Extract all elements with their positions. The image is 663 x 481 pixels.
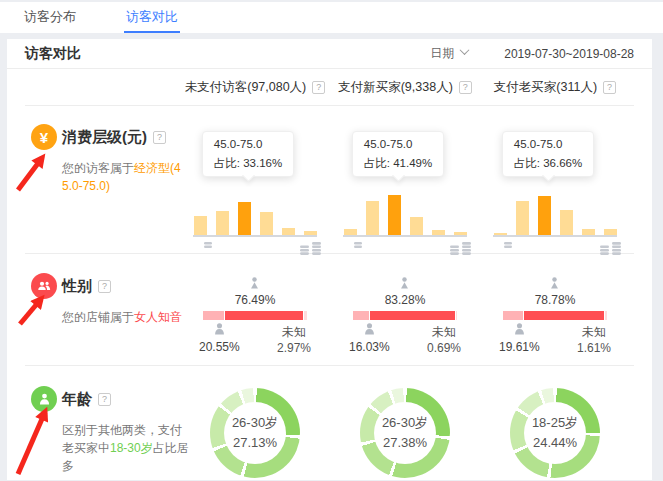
female-icon bbox=[397, 276, 412, 291]
unknown-label: 未知 bbox=[577, 324, 611, 340]
column-header-label: 支付新买家(9,338人) bbox=[338, 79, 453, 96]
section-title: 性别 bbox=[62, 277, 92, 296]
axis-line bbox=[343, 235, 467, 237]
chart-tooltip: 45.0-75.0 占比: 36.66% bbox=[502, 131, 594, 177]
consumption-chart-new-buyers[interactable]: 45.0-75.0 占比: 41.49% bbox=[330, 106, 480, 256]
age-bucket: 26-30岁 bbox=[382, 413, 428, 433]
help-icon[interactable]: ? bbox=[459, 81, 472, 94]
tooltip-share: 占比: 41.49% bbox=[364, 154, 432, 173]
gender-people-icon bbox=[31, 273, 57, 299]
male-icon bbox=[362, 322, 377, 337]
unknown-share: 未知 0.69% bbox=[427, 322, 461, 356]
female-icon bbox=[247, 276, 262, 291]
desc-text: 您的访客属于 bbox=[62, 161, 134, 175]
section-desc: 您的店铺属于女人知音 bbox=[62, 308, 190, 326]
yen-glyph: ¥ bbox=[40, 129, 48, 146]
age-chart-new-buyers: 26-30岁 27.38% bbox=[330, 366, 480, 481]
age-donut-chart[interactable]: 26-30岁 27.38% bbox=[360, 388, 450, 478]
age-bucket: 26-30岁 bbox=[232, 413, 278, 433]
age-bucket-percent: 27.13% bbox=[233, 433, 277, 453]
male-percent: 20.55% bbox=[199, 340, 240, 354]
female-share: 78.78% bbox=[535, 276, 576, 307]
date-label: 日期 bbox=[430, 45, 454, 62]
gender-chart-old-buyers[interactable]: 78.78% 19.61% 未知 1.61% bbox=[480, 254, 630, 365]
top-tab-bar: 访客分布 访客对比 bbox=[0, 2, 663, 33]
male-percent: 16.03% bbox=[349, 340, 390, 354]
male-share: 20.55% bbox=[199, 322, 240, 356]
section-title: 消费层级(元) bbox=[62, 128, 147, 147]
section-label-consumption: ¥ 消费层级(元) ? 您的访客属于经济型(45.0-75.0) bbox=[25, 106, 180, 256]
male-percent: 19.61% bbox=[499, 340, 540, 354]
age-donut-chart[interactable]: 26-30岁 27.13% bbox=[210, 388, 300, 478]
low-spend-coin-icon bbox=[353, 239, 363, 251]
donut-center-label: 26-30岁 27.38% bbox=[360, 388, 450, 478]
tooltip-share: 占比: 33.16% bbox=[214, 154, 282, 173]
desc-text: 您的店铺属于 bbox=[62, 310, 134, 324]
age-bucket: 18-25岁 bbox=[532, 413, 578, 433]
tooltip-share-label: 占比: bbox=[364, 157, 390, 169]
tooltip-share-label: 占比: bbox=[514, 157, 540, 169]
age-person-icon bbox=[31, 386, 57, 412]
column-header-old-buyers: 支付老买家(311人) ? bbox=[480, 79, 630, 96]
female-percent: 76.49% bbox=[235, 293, 276, 307]
tab-visitor-distribution[interactable]: 访客分布 bbox=[22, 2, 78, 33]
bar-chart bbox=[343, 193, 467, 235]
male-share: 19.61% bbox=[499, 322, 540, 356]
tab-visitor-comparison[interactable]: 访客对比 bbox=[124, 2, 180, 33]
column-headers: 未支付访客(97,080人) ? 支付新买家(9,338人) ? 支付老买家(3… bbox=[7, 69, 652, 105]
help-icon[interactable]: ? bbox=[153, 131, 166, 144]
tooltip-share-value: 41.49% bbox=[393, 157, 432, 169]
card-title: 访客对比 bbox=[25, 45, 81, 63]
unknown-percent: 2.97% bbox=[277, 340, 311, 356]
female-percent: 78.78% bbox=[535, 293, 576, 307]
column-header-new-buyers: 支付新买家(9,338人) ? bbox=[330, 79, 480, 96]
axis-line bbox=[193, 235, 317, 237]
unknown-label: 未知 bbox=[427, 324, 461, 340]
age-bucket-percent: 27.38% bbox=[383, 433, 427, 453]
desc-highlight: 女人知音 bbox=[134, 310, 182, 324]
unknown-percent: 1.61% bbox=[577, 340, 611, 356]
help-icon[interactable]: ? bbox=[98, 393, 111, 406]
section-label-age: 年龄 ? 区别于其他两类，支付老买家中18-30岁占比居多 bbox=[25, 366, 180, 481]
help-icon[interactable]: ? bbox=[98, 280, 111, 293]
gender-stacked-bar bbox=[203, 311, 307, 320]
consumption-chart-old-buyers[interactable]: 45.0-75.0 占比: 36.66% bbox=[480, 106, 630, 256]
gender-row: 性别 ? 您的店铺属于女人知音 76.49% 20.55% 未 bbox=[7, 254, 652, 365]
help-icon[interactable]: ? bbox=[312, 81, 325, 94]
age-donut-chart[interactable]: 18-25岁 24.44% bbox=[510, 388, 600, 478]
chart-tooltip: 45.0-75.0 占比: 41.49% bbox=[352, 131, 444, 177]
gender-chart-new-buyers[interactable]: 83.28% 16.03% 未知 0.69% bbox=[330, 254, 480, 365]
section-title: 年龄 bbox=[62, 390, 92, 409]
age-bucket-percent: 24.44% bbox=[533, 433, 577, 453]
tooltip-share: 占比: 36.66% bbox=[514, 154, 582, 173]
visitor-comparison-page: 访客分布 访客对比 访客对比 日期 2019-07-30~2019-08-28 … bbox=[0, 0, 663, 481]
section-desc: 您的访客属于经济型(45.0-75.0) bbox=[62, 159, 190, 195]
donut-center-label: 26-30岁 27.13% bbox=[210, 388, 300, 478]
axis-line bbox=[493, 235, 617, 237]
section-label-gender: 性别 ? 您的店铺属于女人知音 bbox=[25, 254, 180, 365]
low-spend-coin-icon bbox=[203, 239, 213, 251]
gender-stacked-bar bbox=[503, 311, 607, 320]
yen-icon: ¥ bbox=[31, 124, 57, 150]
male-icon bbox=[212, 322, 227, 337]
age-chart-unpaid: 26-30岁 27.13% bbox=[180, 366, 330, 481]
desc-highlight: 18-30岁 bbox=[110, 441, 153, 455]
unknown-share: 未知 1.61% bbox=[577, 322, 611, 356]
bar-chart bbox=[493, 193, 617, 235]
column-header-unpaid: 未支付访客(97,080人) ? bbox=[180, 79, 330, 96]
age-row: 年龄 ? 区别于其他两类，支付老买家中18-30岁占比居多 26-30岁 27.… bbox=[7, 366, 652, 481]
donut-center-label: 18-25岁 24.44% bbox=[510, 388, 600, 478]
consumption-row: ¥ 消费层级(元) ? 您的访客属于经济型(45.0-75.0) 45.0-75… bbox=[7, 106, 652, 253]
female-icon bbox=[547, 276, 562, 291]
tooltip-share-label: 占比: bbox=[214, 157, 240, 169]
column-header-label: 支付老买家(311人) bbox=[494, 79, 597, 96]
visitor-comparison-card: 访客对比 日期 2019-07-30~2019-08-28 未支付访客(97,0… bbox=[7, 39, 652, 480]
card-header: 访客对比 日期 2019-07-30~2019-08-28 bbox=[7, 39, 652, 68]
male-share: 16.03% bbox=[349, 322, 390, 356]
help-icon[interactable]: ? bbox=[603, 81, 616, 94]
date-selector[interactable]: 日期 bbox=[430, 45, 468, 62]
date-range-value[interactable]: 2019-07-30~2019-08-28 bbox=[504, 47, 634, 61]
gender-chart-unpaid[interactable]: 76.49% 20.55% 未知 2.97% bbox=[180, 254, 330, 365]
female-share: 76.49% bbox=[235, 276, 276, 307]
consumption-chart-unpaid[interactable]: 45.0-75.0 占比: 33.16% bbox=[180, 106, 330, 256]
